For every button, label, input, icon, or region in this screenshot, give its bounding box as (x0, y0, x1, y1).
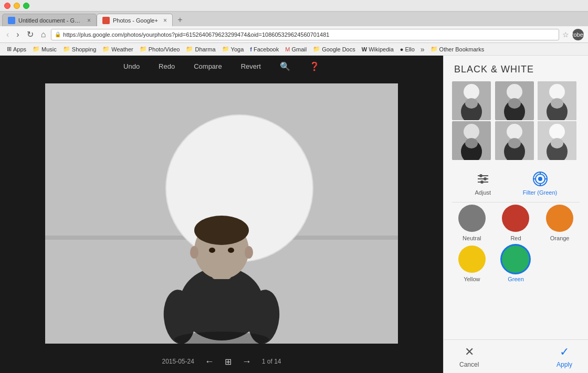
folder-icon: 📁 (313, 46, 320, 52)
photo-toolbar: Undo Redo Compare Revert 🔍 ❓ (0, 56, 443, 77)
bookmark-facebook-label: Facebook (254, 46, 279, 52)
apply-button[interactable]: ✓ Apply (556, 345, 572, 368)
folder-icon: 📁 (186, 46, 193, 52)
bookmark-facebook[interactable]: f Facebook (247, 45, 281, 54)
close-button[interactable] (4, 3, 10, 9)
color-orange[interactable]: Orange (540, 205, 580, 241)
filter-label: Filter (Green) (523, 189, 557, 196)
more-bookmarks-button[interactable]: » (418, 44, 427, 55)
action-bar: ✕ Cancel ✓ Apply (444, 339, 588, 373)
filter-thumb-5[interactable] (495, 121, 534, 160)
color-green[interactable]: Green (496, 246, 536, 282)
revert-button[interactable]: Revert (237, 60, 265, 72)
yellow-label: Yellow (464, 276, 480, 282)
apply-label: Apply (556, 361, 572, 368)
color-red[interactable]: Red (496, 205, 536, 241)
bookmark-music[interactable]: 📁 Music (30, 45, 59, 54)
tab-photos[interactable]: Photos - Google+ × (97, 14, 173, 26)
color-grid-top: Neutral Red Orange (452, 205, 580, 241)
maximize-button[interactable] (23, 3, 29, 9)
color-yellow[interactable]: Yellow (452, 246, 492, 282)
bookmark-apps[interactable]: ⊞ Apps (4, 45, 29, 54)
forward-button[interactable]: › (14, 29, 21, 40)
svg-point-46 (538, 177, 542, 181)
search-icon[interactable]: 🔍 (276, 59, 295, 73)
red-label: Red (510, 235, 521, 241)
wikipedia-icon: W (362, 46, 367, 52)
bookmark-googledocs[interactable]: 📁 Google Docs (310, 45, 358, 54)
bookmark-googledocs-label: Google Docs (322, 46, 355, 52)
photo-container (0, 77, 443, 350)
bookmark-ello[interactable]: ● Ello (397, 45, 417, 54)
lock-icon: 🔒 (55, 31, 61, 37)
refresh-button[interactable]: ↻ (25, 28, 36, 40)
bookmark-star-icon[interactable]: ☆ (562, 30, 569, 39)
bookmark-yoga[interactable]: 📁 Yoga (219, 45, 247, 54)
bookmark-dharma[interactable]: 📁 Dharma (183, 45, 218, 54)
minimize-button[interactable] (14, 3, 20, 9)
svg-point-9 (190, 246, 198, 259)
undo-button[interactable]: Undo (119, 60, 144, 72)
tab-close-docs[interactable]: × (87, 17, 91, 24)
bookmark-weather[interactable]: 📁 Weather (100, 45, 135, 54)
filter-tool[interactable]: Filter (Green) (523, 170, 557, 196)
compare-button[interactable]: Compare (190, 60, 226, 72)
cancel-icon: ✕ (465, 345, 474, 359)
svg-point-35 (549, 124, 565, 140)
redo-button[interactable]: Redo (154, 60, 179, 72)
bookmark-gmail[interactable]: M Gmail (282, 45, 309, 54)
grid-view-button[interactable]: ⊞ (225, 357, 232, 367)
back-button[interactable]: ‹ (4, 29, 11, 40)
cancel-button[interactable]: ✕ Cancel (459, 345, 479, 368)
folder-icon: 📁 (102, 46, 110, 52)
folder-icon: 📁 (33, 46, 40, 52)
svg-point-33 (508, 138, 521, 148)
svg-point-10 (245, 246, 253, 259)
bookmark-apps-label: Apps (13, 46, 26, 52)
svg-point-27 (464, 124, 479, 140)
tool-row: Adjust Filter (Green) (444, 166, 588, 202)
user-avatar[interactable]: Robert (572, 29, 584, 40)
facebook-icon: f (250, 46, 252, 52)
apply-icon: ✓ (560, 345, 569, 359)
prev-photo-button[interactable]: ← (205, 356, 214, 367)
neutral-circle (458, 205, 486, 232)
bookmark-shopping[interactable]: 📁 Shopping (60, 45, 99, 54)
tab-favicon-docs (8, 17, 15, 24)
tab-close-photos[interactable]: × (163, 17, 167, 24)
filter-thumb-3[interactable] (538, 81, 576, 120)
svg-point-29 (465, 138, 478, 148)
address-box[interactable]: 🔒 https://plus.google.com/photos/yourpho… (51, 29, 559, 40)
next-photo-button[interactable]: → (242, 356, 251, 367)
bookmark-wikipedia[interactable]: W Wikipedia (359, 45, 396, 54)
svg-point-15 (464, 84, 479, 100)
home-button[interactable]: ⌂ (39, 29, 48, 40)
tab-label-photos: Photos - Google+ (113, 17, 158, 24)
tab-docs[interactable]: Untitled document - Goog... × (2, 14, 97, 26)
filter-thumb-2[interactable] (495, 81, 534, 120)
bookmark-photovideo[interactable]: 📁 Photo/Video (137, 45, 183, 54)
folder-icon: 📁 (140, 46, 147, 52)
green-circle (502, 246, 529, 273)
filter-thumb-4[interactable] (452, 121, 491, 160)
color-placeholder (540, 246, 580, 282)
right-panel: BLACK & WHITE (443, 56, 588, 373)
bookmark-other[interactable]: 📁 Other Bookmarks (428, 45, 487, 54)
filter-icon (532, 170, 549, 187)
photo-canvas (45, 83, 398, 344)
folder-icon: 📁 (63, 46, 70, 52)
folder-icon: 📁 (222, 46, 229, 52)
addressbar: ‹ › ↻ ⌂ 🔒 https://plus.google.com/photos… (0, 26, 588, 43)
color-neutral[interactable]: Neutral (452, 205, 492, 241)
tab-favicon-photos (102, 17, 110, 24)
titlebar (0, 0, 588, 12)
help-icon[interactable]: ❓ (305, 59, 324, 73)
adjust-tool[interactable]: Adjust (475, 170, 491, 196)
red-circle (502, 205, 529, 232)
filter-thumb-6[interactable] (538, 121, 576, 160)
bookmarksbar: ⊞ Apps 📁 Music 📁 Shopping 📁 Weather 📁 Ph… (0, 43, 588, 56)
tab-label-docs: Untitled document - Goog... (18, 17, 82, 24)
new-tab-button[interactable]: + (173, 14, 187, 26)
filter-thumb-1[interactable] (452, 81, 491, 120)
address-text: https://plus.google.com/photos/yourphoto… (63, 31, 329, 38)
